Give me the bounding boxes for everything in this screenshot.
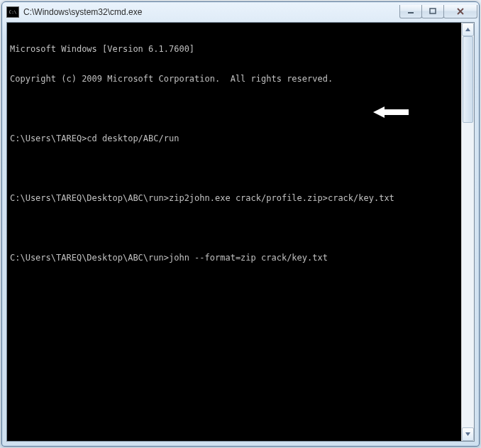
svg-marker-4 — [465, 432, 470, 436]
minimize-button[interactable] — [399, 5, 422, 18]
chevron-up-icon — [465, 26, 471, 33]
terminal-line — [10, 223, 461, 233]
close-button[interactable] — [443, 5, 477, 18]
close-icon — [456, 8, 465, 15]
vertical-scrollbar[interactable] — [461, 23, 474, 441]
window-controls — [400, 5, 477, 18]
scroll-thumb[interactable] — [463, 36, 473, 123]
scroll-up-button[interactable] — [462, 23, 474, 36]
minimize-icon — [407, 8, 414, 15]
client-area: Microsoft Windows [Version 6.1.7600] Cop… — [6, 22, 475, 442]
window-title: C:\Windows\system32\cmd.exe — [23, 7, 400, 17]
svg-rect-0 — [408, 12, 414, 13]
terminal-line: C:\Users\TAREQ\Desktop\ABC\run>zip2john.… — [10, 193, 461, 203]
maximize-icon — [429, 8, 436, 15]
terminal-line: C:\Users\TAREQ>cd desktop/ABC/run — [10, 133, 461, 143]
terminal-output[interactable]: Microsoft Windows [Version 6.1.7600] Cop… — [7, 23, 461, 441]
scroll-track[interactable] — [462, 36, 474, 427]
terminal-line: Microsoft Windows [Version 6.1.7600] — [10, 44, 461, 54]
chevron-down-icon — [465, 431, 471, 437]
terminal-line: Copyright (c) 2009 Microsoft Corporation… — [10, 74, 461, 84]
terminal-line — [10, 104, 461, 114]
titlebar[interactable]: C:\Windows\system32\cmd.exe — [2, 2, 479, 22]
cmd-window: C:\Windows\system32\cmd.exe Microsoft Wi… — [1, 1, 480, 447]
terminal-line — [10, 163, 461, 173]
cmd-icon — [6, 6, 19, 18]
svg-rect-1 — [430, 9, 436, 13]
scroll-down-button[interactable] — [462, 427, 474, 441]
svg-marker-3 — [465, 28, 470, 31]
terminal-line: C:\Users\TAREQ\Desktop\ABC\run>john --fo… — [10, 253, 461, 263]
maximize-button[interactable] — [421, 5, 444, 18]
